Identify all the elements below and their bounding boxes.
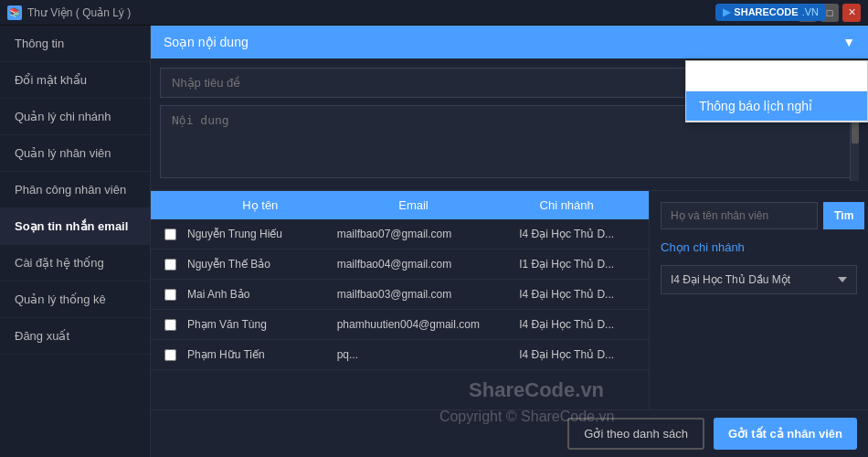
branch-select[interactable]: I4 Đại Học Thủ Dầu Một I1 Đại Học Thủ Dầ… <box>661 265 857 294</box>
sidebar-item-dangxuat[interactable]: Đăng xuất <box>0 318 150 355</box>
send-all-button[interactable]: Gởi tất cả nhân viên <box>714 418 857 450</box>
row-email-5: pq... <box>337 348 491 361</box>
bottom-bar: Gởi theo danh sách Gởi tất cả nhân viên <box>151 409 868 457</box>
close-button[interactable]: ✕ <box>842 4 861 22</box>
sidebar-item-caidathethong[interactable]: Cài đặt hệ thống <box>0 245 150 282</box>
row-email-1: mailfbao07@gmail.com <box>337 228 491 240</box>
row-branch-2: I1 Đại Học Thủ D... <box>490 258 643 271</box>
sidebar-item-quanlychinhanh[interactable]: Quản lý chi nhánh <box>0 99 150 135</box>
sidebar-item-doimatkhau[interactable]: Đổi mật khẩu <box>0 62 150 99</box>
row-email-3: mailfbao03@gmail.com <box>337 288 491 301</box>
logo-text: SHARECODE <box>734 6 798 17</box>
compose-header-label: Soạn nội dung <box>164 35 249 49</box>
col-name: Họ tên <box>184 198 337 212</box>
search-row: Tìm <box>661 202 857 229</box>
logo-area: ▶ SHARECODE .VN <box>715 4 826 21</box>
row-branch-4: I4 Đại Học Thủ D... <box>490 318 643 331</box>
col-checkbox <box>156 198 184 212</box>
employee-table: Họ tên Email Chi nhánh Nguyễn Trung Hiếu… <box>151 191 649 409</box>
row-name-3: Mai Anh Bảo <box>184 288 337 301</box>
send-list-button[interactable]: Gởi theo danh sách <box>567 418 704 450</box>
table-row: Phạm Hữu Tiến pq... I4 Đại Học Thủ D... <box>151 340 649 370</box>
row-branch-5: I4 Đại Học Thủ D... <box>490 348 643 361</box>
app-title: Thư Viện ( Quản Lý ) <box>27 6 131 19</box>
row-name-2: Nguyễn Thế Bảo <box>184 258 337 271</box>
branch-filter-label: Chọn chi nhánh <box>661 240 857 254</box>
table-row: Mai Anh Bảo mailfbao03@gmail.com I4 Đại … <box>151 280 649 310</box>
row-branch-1: I4 Đại Học Thủ D... <box>490 228 643 240</box>
table-row: Nguyễn Thế Bảo mailfbao04@gmail.com I1 Đ… <box>151 250 649 280</box>
search-employee-input[interactable] <box>661 202 818 229</box>
table-row: Phạm Văn Tùng phamhuutien004@gmail.com I… <box>151 310 649 340</box>
row-checkbox-2[interactable] <box>156 259 184 271</box>
search-button[interactable]: Tìm <box>823 202 864 229</box>
table-body: Nguyễn Trung Hiếu mailfbao07@gmail.com I… <box>151 219 649 409</box>
sidebar: Thông tin Đổi mật khẩu Quản lý chi nhánh… <box>0 26 151 457</box>
sidebar-item-quanlythongke[interactable]: Quản lý thống kê <box>0 282 150 318</box>
dropdown-arrow-icon: ▼ <box>842 35 855 49</box>
col-email: Email <box>337 198 491 212</box>
title-bar-left: 📚 Thư Viện ( Quản Lý ) <box>7 5 131 20</box>
row-checkbox-5[interactable] <box>156 349 184 361</box>
main-layout: Thông tin Đổi mật khẩu Quản lý chi nhánh… <box>0 26 868 457</box>
row-checkbox-4[interactable] <box>156 319 184 331</box>
table-header: Họ tên Email Chi nhánh <box>151 191 649 219</box>
app-icon: 📚 <box>7 5 22 20</box>
content-area: Soạn nội dung ▼ Quên mật khẩu Thông báo … <box>151 26 868 457</box>
employee-section: Họ tên Email Chi nhánh Nguyễn Trung Hiếu… <box>151 190 868 409</box>
dropdown-item-quenmatkhau[interactable]: Quên mật khẩu <box>686 61 867 91</box>
dropdown-menu: Quên mật khẩu Thông báo lịch nghỉ <box>685 60 868 122</box>
filter-panel: Tìm Chọn chi nhánh I4 Đại Học Thủ Dầu Mộ… <box>649 191 868 409</box>
dropdown-item-thongbaolichngi[interactable]: Thông báo lịch nghỉ <box>686 91 867 122</box>
table-row: Nguyễn Trung Hiếu mailfbao07@gmail.com I… <box>151 219 649 250</box>
logo-icon: ▶ <box>723 6 730 18</box>
row-name-5: Phạm Hữu Tiến <box>184 348 337 361</box>
sidebar-item-thongtin[interactable]: Thông tin <box>0 26 150 62</box>
row-email-4: phamhuutien004@gmail.com <box>337 318 491 331</box>
row-checkbox-3[interactable] <box>156 289 184 301</box>
row-name-1: Nguyễn Trung Hiếu <box>184 228 337 240</box>
compose-dropdown-header[interactable]: Soạn nội dung ▼ Quên mật khẩu Thông báo … <box>151 26 868 58</box>
row-branch-3: I4 Đại Học Thủ D... <box>490 288 643 301</box>
sidebar-item-quanlynhanvien[interactable]: Quản lý nhân viên <box>0 135 150 172</box>
sidebar-item-soannhanemail[interactable]: Soạn tin nhắn email <box>0 208 150 245</box>
row-name-4: Phạm Văn Tùng <box>184 318 337 331</box>
row-email-2: mailfbao04@gmail.com <box>337 258 491 271</box>
title-bar: 📚 Thư Viện ( Quản Lý ) ▶ SHARECODE .VN ─… <box>0 0 868 26</box>
row-checkbox-1[interactable] <box>156 228 184 240</box>
sidebar-item-phancong[interactable]: Phân công nhân viên <box>0 172 150 208</box>
logo-sub: .VN <box>802 6 819 17</box>
col-branch: Chi nhánh <box>490 198 643 212</box>
